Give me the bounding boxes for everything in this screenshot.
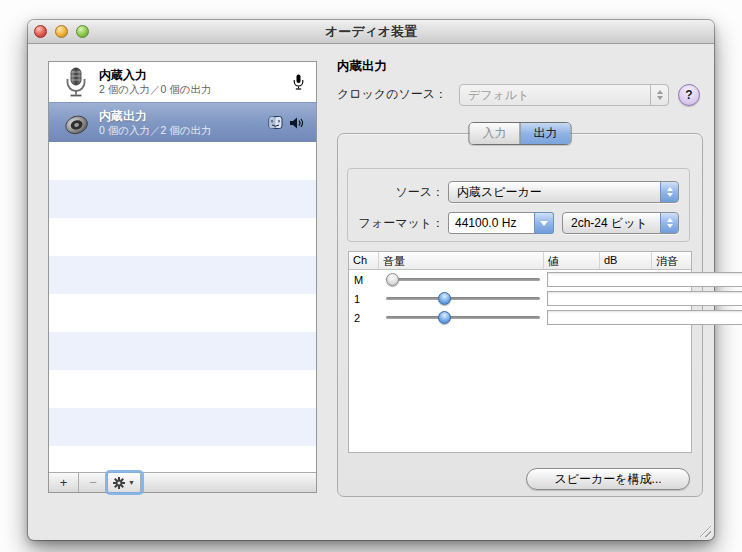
device-name: 内蔵入力 bbox=[99, 68, 293, 83]
format-row: フォーマット： 44100.0 Hz 2ch-24 ビット bbox=[348, 212, 679, 234]
device-list-rows: 内蔵入力 2 個の入力／0 個の出力 bbox=[49, 62, 316, 472]
zoom-button[interactable] bbox=[76, 25, 89, 38]
window-controls bbox=[34, 25, 89, 38]
device-badges bbox=[268, 115, 308, 130]
close-button[interactable] bbox=[34, 25, 47, 38]
slider-thumb[interactable] bbox=[386, 273, 399, 286]
device-list-toolbar: + − ▼ bbox=[49, 472, 316, 492]
slider-track bbox=[386, 278, 540, 281]
audio-devices-window: オーディオ装置 bbox=[28, 20, 714, 540]
header-mute: 消音 bbox=[652, 252, 691, 269]
value-field[interactable] bbox=[547, 272, 742, 287]
device-badges bbox=[293, 74, 308, 90]
source-row: ソース： 内蔵スピーカー bbox=[348, 181, 679, 203]
slider-thumb[interactable] bbox=[438, 311, 451, 324]
value-field[interactable]: 0.37 bbox=[547, 291, 742, 306]
help-button[interactable]: ? bbox=[678, 84, 700, 106]
channel-table: Ch 音量 値 dB 消音 M 1 bbox=[348, 251, 692, 453]
volume-slider-2[interactable] bbox=[386, 308, 540, 327]
tab-input[interactable]: 入力 bbox=[470, 123, 520, 144]
tab-output[interactable]: 出力 bbox=[520, 123, 571, 144]
channel-row-1: 1 0.37 -22.50 bbox=[349, 289, 691, 308]
add-device-button[interactable]: + bbox=[49, 473, 79, 492]
configure-speakers-button[interactable]: スピーカーを構成... bbox=[526, 468, 690, 490]
gear-action-button[interactable]: ▼ bbox=[108, 473, 141, 492]
window-titlebar[interactable]: オーディオ装置 bbox=[28, 20, 714, 44]
source-value: 内蔵スピーカー bbox=[457, 185, 542, 199]
gear-dropdown-arrow-icon: ▼ bbox=[128, 479, 135, 486]
gear-icon bbox=[113, 477, 125, 489]
clock-source-row: クロックのソース： デフォルト ? bbox=[337, 83, 700, 106]
clock-source-popup[interactable]: デフォルト bbox=[459, 84, 669, 106]
channel-label: 2 bbox=[349, 312, 379, 324]
channel-row-master: M bbox=[349, 270, 691, 289]
device-list: 内蔵入力 2 個の入力／0 個の出力 bbox=[48, 61, 317, 493]
device-detail: 0 個の入力／2 個の出力 bbox=[99, 124, 268, 137]
device-text: 内蔵入力 2 個の入力／0 個の出力 bbox=[93, 68, 293, 96]
bit-depth-popup[interactable]: 2ch-24 ビット bbox=[562, 212, 679, 234]
header-ch: Ch bbox=[349, 252, 379, 269]
device-detail: 2 個の入力／0 個の出力 bbox=[99, 83, 293, 96]
default-output-speaker-icon bbox=[289, 116, 304, 130]
popup-arrows-icon bbox=[660, 181, 679, 203]
remove-device-button[interactable]: − bbox=[79, 473, 108, 492]
clock-source-label: クロックのソース： bbox=[337, 86, 459, 103]
channel-row-2: 2 0.37 -22.50 bbox=[349, 308, 691, 327]
bit-depth-value: 2ch-24 ビット bbox=[571, 216, 648, 230]
value-field[interactable]: 0.37 bbox=[547, 310, 742, 325]
channel-label: M bbox=[349, 274, 379, 286]
source-popup[interactable]: 内蔵スピーカー bbox=[448, 181, 679, 203]
sample-rate-value: 44100.0 Hz bbox=[455, 216, 516, 230]
default-input-mic-icon bbox=[293, 74, 304, 90]
volume-slider-master[interactable] bbox=[386, 270, 540, 289]
window-title: オーディオ装置 bbox=[28, 20, 714, 44]
io-tab-panel: 入力 出力 ソース： 内蔵スピーカー フォーマット： 44100.0 Hz 2c… bbox=[337, 133, 703, 497]
io-tabs: 入力 出力 bbox=[469, 122, 572, 145]
speaker-device-icon bbox=[59, 106, 93, 140]
header-value: 値 bbox=[544, 252, 600, 269]
microphone-device-icon bbox=[59, 65, 93, 99]
header-db: dB bbox=[600, 252, 652, 269]
device-list-empty-rows bbox=[49, 142, 316, 472]
system-sound-finder-icon bbox=[268, 115, 283, 130]
resize-grip[interactable] bbox=[698, 524, 711, 537]
selected-device-title: 内蔵出力 bbox=[337, 58, 387, 75]
device-text: 内蔵出力 0 個の入力／2 個の出力 bbox=[93, 109, 268, 137]
combo-dropdown-icon bbox=[534, 212, 554, 234]
popup-arrows-icon bbox=[660, 212, 679, 234]
format-label: フォーマット： bbox=[348, 215, 444, 232]
device-row-built-in-input[interactable]: 内蔵入力 2 個の入力／0 個の出力 bbox=[49, 62, 316, 102]
minimize-button[interactable] bbox=[55, 25, 68, 38]
slider-track bbox=[386, 297, 540, 300]
popup-arrows-icon bbox=[650, 84, 669, 106]
clock-source-value: デフォルト bbox=[468, 88, 529, 102]
sample-rate-combo[interactable]: 44100.0 Hz bbox=[448, 212, 554, 234]
device-name: 内蔵出力 bbox=[99, 109, 268, 124]
source-format-group: ソース： 内蔵スピーカー フォーマット： 44100.0 Hz 2ch-24 ビ… bbox=[347, 168, 690, 242]
slider-track bbox=[386, 316, 540, 319]
device-row-built-in-output[interactable]: 内蔵出力 0 個の入力／2 個の出力 bbox=[49, 102, 316, 142]
source-label: ソース： bbox=[348, 184, 444, 201]
channel-label: 1 bbox=[349, 293, 379, 305]
channel-table-header: Ch 音量 値 dB 消音 bbox=[349, 252, 691, 270]
slider-thumb[interactable] bbox=[438, 292, 451, 305]
header-volume: 音量 bbox=[379, 252, 544, 269]
volume-slider-1[interactable] bbox=[386, 289, 540, 308]
